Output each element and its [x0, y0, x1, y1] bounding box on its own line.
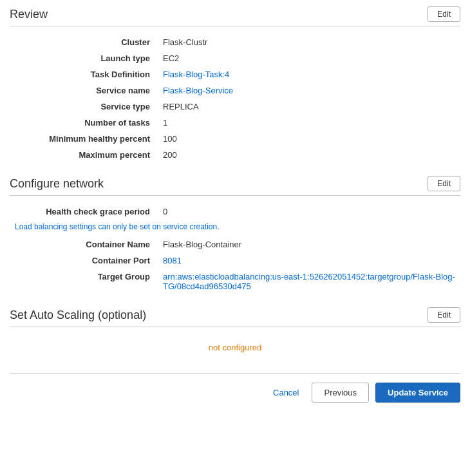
field-label: Target Group: [10, 269, 158, 294]
network-edit-button[interactable]: Edit: [428, 176, 460, 191]
table-row: Service type REPLICA: [10, 99, 460, 115]
field-label: Maximum percent: [10, 147, 158, 163]
table-row: Service name Flask-Blog-Service: [10, 82, 460, 99]
field-value: EC2: [158, 50, 460, 66]
table-row: Container Port 8081: [10, 252, 460, 269]
review-section-header: Review Edit: [10, 6, 460, 26]
field-label: Container Port: [10, 252, 158, 269]
network-section: Configure network Edit Health check grac…: [10, 176, 460, 294]
footer-bar: Cancel Previous Update Service: [10, 373, 460, 403]
previous-button[interactable]: Previous: [312, 383, 369, 403]
field-label: Minimum healthy percent: [10, 131, 158, 147]
table-row: Container Name Flask-Blog-Container: [10, 236, 460, 252]
autoscaling-edit-button[interactable]: Edit: [428, 307, 460, 323]
field-value: 200: [158, 147, 460, 163]
container-port-link[interactable]: 8081: [163, 256, 182, 265]
autoscaling-section-header: Set Auto Scaling (optional) Edit: [10, 307, 460, 327]
field-label: Service type: [10, 99, 158, 115]
cancel-button[interactable]: Cancel: [267, 384, 305, 401]
field-value: 0: [158, 204, 460, 220]
field-value: Flask-Clustr: [158, 34, 460, 50]
update-service-button[interactable]: Update Service: [375, 383, 460, 403]
table-row: Number of tasks 1: [10, 115, 460, 131]
table-row: Cluster Flask-Clustr: [10, 34, 460, 50]
review-fields-table: Cluster Flask-Clustr Launch type EC2 Tas…: [10, 34, 460, 163]
field-value: Flask-Blog-Container: [158, 236, 460, 252]
field-value: 8081: [158, 252, 460, 269]
table-row: Minimum healthy percent 100: [10, 131, 460, 147]
field-value: Flask-Blog-Service: [158, 82, 460, 99]
not-configured-label: not configured: [10, 335, 460, 360]
field-value: arn:aws:elasticloadbalancing:us-east-1:5…: [158, 269, 460, 294]
autoscaling-section: Set Auto Scaling (optional) Edit not con…: [10, 307, 460, 360]
field-label: Launch type: [10, 50, 158, 66]
table-row: Target Group arn:aws:elasticloadbalancin…: [10, 269, 460, 294]
review-title: Review: [10, 8, 48, 21]
field-label: Number of tasks: [10, 115, 158, 131]
field-label: Task Definition: [10, 66, 158, 82]
table-row: Task Definition Flask-Blog-Task:4: [10, 66, 460, 82]
table-row: Health check grace period 0: [10, 204, 460, 220]
field-label: Cluster: [10, 34, 158, 50]
network-fields-table: Health check grace period 0: [10, 204, 460, 220]
table-row: Maximum percent 200: [10, 147, 460, 163]
autoscaling-title: Set Auto Scaling (optional): [10, 309, 146, 322]
field-value: 100: [158, 131, 460, 147]
review-edit-button[interactable]: Edit: [428, 6, 460, 22]
field-label: Health check grace period: [10, 204, 158, 220]
network-title: Configure network: [10, 177, 104, 191]
network-section-header: Configure network Edit: [10, 176, 460, 196]
field-value: 1: [158, 115, 460, 131]
network-fields-table-2: Container Name Flask-Blog-Container Cont…: [10, 236, 460, 294]
table-row: Launch type EC2: [10, 50, 460, 66]
target-group-link[interactable]: arn:aws:elasticloadbalancing:us-east-1:5…: [163, 272, 455, 291]
network-notice: Load balancing settings can only be set …: [10, 220, 460, 236]
field-label: Service name: [10, 82, 158, 99]
field-value: Flask-Blog-Task:4: [158, 66, 460, 82]
field-label: Container Name: [10, 236, 158, 252]
field-value: REPLICA: [158, 99, 460, 115]
task-definition-link[interactable]: Flask-Blog-Task:4: [163, 70, 229, 79]
service-name-link[interactable]: Flask-Blog-Service: [163, 86, 233, 95]
review-section: Review Edit Cluster Flask-Clustr Launch …: [10, 6, 460, 163]
